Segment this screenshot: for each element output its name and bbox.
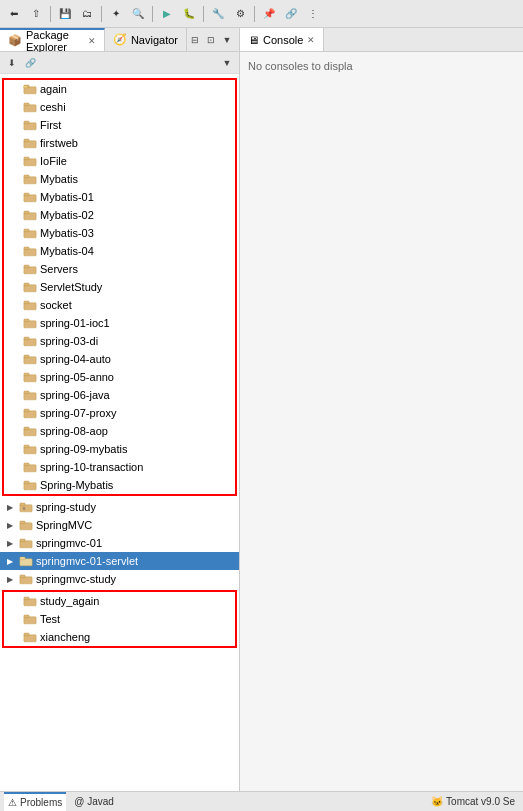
expand-spring-study: ▶: [4, 501, 16, 513]
expand-spring10transaction: [8, 461, 20, 473]
search-icon[interactable]: 🔍: [128, 4, 148, 24]
bottom-tab-problems[interactable]: ⚠ Problems: [4, 792, 66, 811]
svg-rect-46: [24, 481, 29, 484]
tree-item-mybatis03[interactable]: Mybatis-03: [4, 224, 235, 242]
tree-item-iofile[interactable]: IoFile: [4, 152, 235, 170]
label-spring03di: spring-03-di: [40, 335, 98, 347]
minimize-view-icon[interactable]: ⊟: [187, 32, 203, 48]
svg-rect-61: [24, 615, 29, 618]
tab-console[interactable]: 🖥 Console ✕: [240, 28, 324, 51]
tab-package-explorer-close[interactable]: ✕: [88, 36, 96, 46]
folder-icon-mybatis04: [23, 245, 37, 257]
folder-icon-firstweb: [23, 137, 37, 149]
label-xiancheng: xiancheng: [40, 631, 90, 643]
tab-package-explorer[interactable]: 📦 Package Explorer ✕: [0, 28, 105, 51]
settings-icon[interactable]: ⚙: [230, 4, 250, 24]
tree-item-test[interactable]: Test: [4, 610, 235, 628]
tree-item-springmvc01[interactable]: ▶ springmvc-01: [0, 534, 239, 552]
tab-navigator[interactable]: 🧭 Navigator: [105, 28, 187, 51]
label-again: again: [40, 83, 67, 95]
folder-icon-spring07proxy: [23, 407, 37, 419]
tab-package-explorer-label: Package Explorer: [26, 29, 80, 53]
label-spring08aop: spring-08-aop: [40, 425, 108, 437]
view-menu-down-icon[interactable]: ▼: [219, 55, 235, 71]
main-toolbar: ⬅ ⇧ 💾 🗂 ✦ 🔍 ▶ 🐛 🔧 ⚙ 📌 🔗 ⋮: [0, 0, 523, 28]
save-icon[interactable]: 💾: [55, 4, 75, 24]
tree-item-springmvc[interactable]: ▶ SpringMVC: [0, 516, 239, 534]
pin-icon[interactable]: 📌: [259, 4, 279, 24]
tree-item-mybatis01[interactable]: Mybatis-01: [4, 188, 235, 206]
back-icon[interactable]: ⬅: [4, 4, 24, 24]
tree-item-socket[interactable]: socket: [4, 296, 235, 314]
tab-console-close[interactable]: ✕: [307, 35, 315, 45]
expand-firstweb: [8, 137, 20, 149]
link-with-editor-icon[interactable]: 🔗: [22, 55, 38, 71]
folder-icon-mybatis03: [23, 227, 37, 239]
server-icon[interactable]: 🔧: [208, 4, 228, 24]
tree-item-mybatis04[interactable]: Mybatis-04: [4, 242, 235, 260]
label-iofile: IoFile: [40, 155, 67, 167]
debug-icon[interactable]: 🐛: [179, 4, 199, 24]
label-study-again: study_again: [40, 595, 99, 607]
tree-item-xiancheng[interactable]: xiancheng: [4, 628, 235, 646]
link-icon[interactable]: 🔗: [281, 4, 301, 24]
tree-item-spring03di[interactable]: spring-03-di: [4, 332, 235, 350]
expand-mybatis04: [8, 245, 20, 257]
tree-item-again[interactable]: again: [4, 80, 235, 98]
tree-item-ceshi[interactable]: ceshi: [4, 98, 235, 116]
javadoc-label: @ Javad: [74, 796, 114, 807]
expand-mybatis03: [8, 227, 20, 239]
expand-springmvc01: ▶: [4, 537, 16, 549]
tree-item-spring04auto[interactable]: spring-04-auto: [4, 350, 235, 368]
run-icon[interactable]: ▶: [157, 4, 177, 24]
svg-text:S: S: [23, 506, 26, 511]
forward-icon[interactable]: ⇧: [26, 4, 46, 24]
tree-item-spring09mybatis[interactable]: spring-09-mybatis: [4, 440, 235, 458]
console-tab-label: Console: [263, 34, 303, 46]
sep5: [254, 6, 255, 22]
highlighted-section-bottom: study_again Test xianc: [2, 590, 237, 648]
tree-item-spring-mybatis[interactable]: Spring-Mybatis: [4, 476, 235, 494]
expand-spring08aop: [8, 425, 20, 437]
tree-item-springmvc01servlet[interactable]: ▶ springmvc-01-servlet: [0, 552, 239, 570]
right-panel: 🖥 Console ✕ No consoles to displa: [240, 28, 523, 791]
folder-icon-spring06java: [23, 389, 37, 401]
svg-rect-59: [24, 597, 29, 600]
tree-item-spring10transaction[interactable]: spring-10-transaction: [4, 458, 235, 476]
tree-item-firstweb[interactable]: firstweb: [4, 134, 235, 152]
folder-icon-servers: [23, 263, 37, 275]
tree-item-spring05anno[interactable]: spring-05-anno: [4, 368, 235, 386]
bottom-tab-javadoc[interactable]: @ Javad: [70, 792, 118, 811]
folder-icon-springmvc-study: [19, 573, 33, 585]
expand-study-again: [8, 595, 20, 607]
label-first: First: [40, 119, 61, 131]
console-content: No consoles to displa: [240, 52, 523, 791]
tree-item-first[interactable]: First: [4, 116, 235, 134]
svg-rect-18: [24, 229, 29, 232]
tree-item-spring-study[interactable]: ▶ S spring-study: [0, 498, 239, 516]
tree-item-spring06java[interactable]: spring-06-java: [4, 386, 235, 404]
maximize-view-icon[interactable]: ⊡: [203, 32, 219, 48]
folder-icon-spring03di: [23, 335, 37, 347]
tree-item-servletstudy[interactable]: ServletStudy: [4, 278, 235, 296]
package-tree[interactable]: again ceshi First: [0, 74, 239, 791]
svg-rect-53: [20, 539, 25, 542]
svg-rect-26: [24, 301, 29, 304]
new-icon[interactable]: ✦: [106, 4, 126, 24]
view-menu-icon[interactable]: ▼: [219, 32, 235, 48]
save-all-icon[interactable]: 🗂: [77, 4, 97, 24]
tree-item-mybatis[interactable]: Mybatis: [4, 170, 235, 188]
svg-rect-24: [24, 283, 29, 286]
tree-item-mybatis02[interactable]: Mybatis-02: [4, 206, 235, 224]
tree-item-springmvc-study[interactable]: ▶ springmvc-study: [0, 570, 239, 588]
bottom-tab-tomcat[interactable]: 🐱 Tomcat v9.0 Se: [427, 792, 519, 811]
tree-item-servers[interactable]: Servers: [4, 260, 235, 278]
tree-item-spring08aop[interactable]: spring-08-aop: [4, 422, 235, 440]
folder-icon-mybatis01: [23, 191, 37, 203]
console-no-output-text: No consoles to displa: [248, 60, 353, 72]
collapse-all-icon[interactable]: ⬇: [4, 55, 20, 71]
more-icon[interactable]: ⋮: [303, 4, 323, 24]
tree-item-spring01ioc1[interactable]: spring-01-ioc1: [4, 314, 235, 332]
tree-item-study-again[interactable]: study_again: [4, 592, 235, 610]
tree-item-spring07proxy[interactable]: spring-07-proxy: [4, 404, 235, 422]
